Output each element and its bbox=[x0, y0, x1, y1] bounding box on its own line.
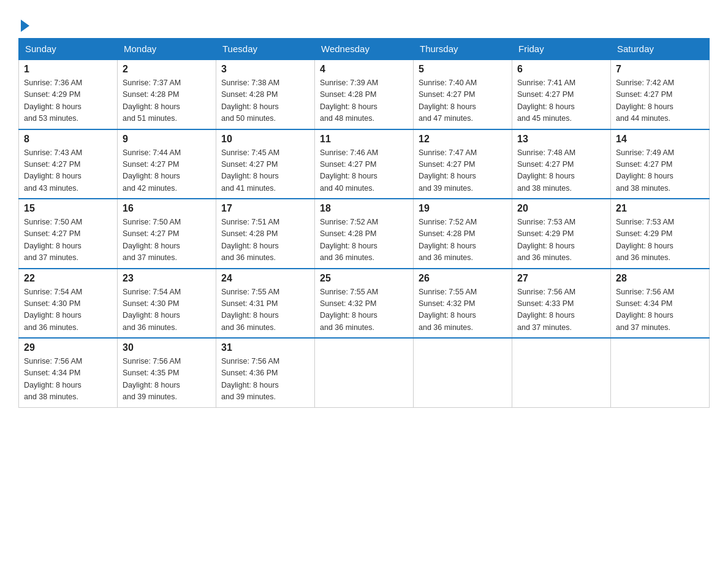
calendar-day-header: Sunday bbox=[19, 39, 118, 60]
day-number: 4 bbox=[320, 64, 408, 75]
day-info: Sunrise: 7:45 AMSunset: 4:27 PMDaylight:… bbox=[221, 148, 279, 193]
day-info: Sunrise: 7:55 AMSunset: 4:32 PMDaylight:… bbox=[419, 288, 477, 332]
day-info: Sunrise: 7:56 AMSunset: 4:34 PMDaylight:… bbox=[24, 357, 82, 401]
day-info: Sunrise: 7:39 AMSunset: 4:28 PMDaylight:… bbox=[320, 79, 378, 123]
calendar-day-cell: 30 Sunrise: 7:56 AMSunset: 4:35 PMDaylig… bbox=[118, 338, 216, 407]
calendar-week-row: 1 Sunrise: 7:36 AMSunset: 4:29 PMDayligh… bbox=[19, 59, 710, 129]
calendar-day-cell: 26 Sunrise: 7:55 AMSunset: 4:32 PMDaylig… bbox=[414, 269, 512, 339]
calendar-day-cell: 15 Sunrise: 7:50 AMSunset: 4:27 PMDaylig… bbox=[19, 199, 118, 269]
day-number: 19 bbox=[419, 203, 507, 214]
calendar-day-header: Monday bbox=[118, 39, 216, 60]
day-info: Sunrise: 7:53 AMSunset: 4:29 PMDaylight:… bbox=[616, 218, 674, 262]
calendar-day-cell: 16 Sunrise: 7:50 AMSunset: 4:27 PMDaylig… bbox=[118, 199, 216, 269]
day-number: 31 bbox=[221, 342, 309, 353]
calendar-table: SundayMondayTuesdayWednesdayThursdayFrid… bbox=[18, 38, 710, 408]
day-number: 20 bbox=[517, 203, 605, 214]
day-number: 3 bbox=[221, 64, 309, 75]
calendar-day-cell: 3 Sunrise: 7:38 AMSunset: 4:28 PMDayligh… bbox=[216, 59, 315, 129]
day-number: 5 bbox=[419, 64, 507, 75]
day-info: Sunrise: 7:51 AMSunset: 4:28 PMDaylight:… bbox=[221, 218, 279, 262]
calendar-day-cell: 4 Sunrise: 7:39 AMSunset: 4:28 PMDayligh… bbox=[315, 59, 414, 129]
calendar-header-row: SundayMondayTuesdayWednesdayThursdayFrid… bbox=[19, 39, 710, 60]
calendar-day-cell: 27 Sunrise: 7:56 AMSunset: 4:33 PMDaylig… bbox=[512, 269, 611, 339]
day-info: Sunrise: 7:56 AMSunset: 4:34 PMDaylight:… bbox=[616, 288, 674, 332]
calendar-day-cell: 23 Sunrise: 7:54 AMSunset: 4:30 PMDaylig… bbox=[118, 269, 216, 339]
day-number: 2 bbox=[123, 64, 211, 75]
day-number: 23 bbox=[123, 273, 211, 284]
calendar-day-cell: 21 Sunrise: 7:53 AMSunset: 4:29 PMDaylig… bbox=[611, 199, 710, 269]
day-info: Sunrise: 7:36 AMSunset: 4:29 PMDaylight:… bbox=[24, 79, 82, 123]
day-number: 16 bbox=[123, 203, 211, 214]
logo bbox=[18, 18, 29, 32]
calendar-day-cell bbox=[611, 338, 710, 407]
calendar-day-cell: 7 Sunrise: 7:42 AMSunset: 4:27 PMDayligh… bbox=[611, 59, 710, 129]
day-number: 30 bbox=[123, 342, 211, 353]
day-info: Sunrise: 7:40 AMSunset: 4:27 PMDaylight:… bbox=[419, 79, 477, 123]
day-number: 6 bbox=[517, 64, 605, 75]
day-info: Sunrise: 7:52 AMSunset: 4:28 PMDaylight:… bbox=[320, 218, 378, 262]
day-info: Sunrise: 7:50 AMSunset: 4:27 PMDaylight:… bbox=[24, 218, 82, 262]
calendar-day-cell: 31 Sunrise: 7:56 AMSunset: 4:36 PMDaylig… bbox=[216, 338, 315, 407]
day-info: Sunrise: 7:56 AMSunset: 4:36 PMDaylight:… bbox=[221, 357, 279, 401]
calendar-day-cell: 18 Sunrise: 7:52 AMSunset: 4:28 PMDaylig… bbox=[315, 199, 414, 269]
calendar-day-cell: 19 Sunrise: 7:52 AMSunset: 4:28 PMDaylig… bbox=[414, 199, 512, 269]
calendar-day-header: Wednesday bbox=[315, 39, 414, 60]
day-info: Sunrise: 7:37 AMSunset: 4:28 PMDaylight:… bbox=[123, 79, 181, 123]
day-number: 25 bbox=[320, 273, 408, 284]
calendar-day-header: Thursday bbox=[414, 39, 512, 60]
calendar-day-cell: 2 Sunrise: 7:37 AMSunset: 4:28 PMDayligh… bbox=[118, 59, 216, 129]
day-number: 12 bbox=[419, 134, 507, 145]
calendar-day-cell: 9 Sunrise: 7:44 AMSunset: 4:27 PMDayligh… bbox=[118, 129, 216, 199]
day-number: 7 bbox=[616, 64, 704, 75]
calendar-day-cell: 28 Sunrise: 7:56 AMSunset: 4:34 PMDaylig… bbox=[611, 269, 710, 339]
day-info: Sunrise: 7:56 AMSunset: 4:35 PMDaylight:… bbox=[123, 357, 181, 401]
page-header bbox=[18, 12, 710, 32]
calendar-day-cell: 14 Sunrise: 7:49 AMSunset: 4:27 PMDaylig… bbox=[611, 129, 710, 199]
day-number: 1 bbox=[24, 64, 112, 75]
calendar-day-cell: 8 Sunrise: 7:43 AMSunset: 4:27 PMDayligh… bbox=[19, 129, 118, 199]
day-number: 8 bbox=[24, 134, 112, 145]
day-number: 22 bbox=[24, 273, 112, 284]
calendar-day-cell: 17 Sunrise: 7:51 AMSunset: 4:28 PMDaylig… bbox=[216, 199, 315, 269]
day-number: 9 bbox=[123, 134, 211, 145]
day-number: 27 bbox=[517, 273, 605, 284]
calendar-day-header: Friday bbox=[512, 39, 611, 60]
day-info: Sunrise: 7:49 AMSunset: 4:27 PMDaylight:… bbox=[616, 148, 674, 193]
calendar-day-cell: 6 Sunrise: 7:41 AMSunset: 4:27 PMDayligh… bbox=[512, 59, 611, 129]
day-info: Sunrise: 7:46 AMSunset: 4:27 PMDaylight:… bbox=[320, 148, 378, 193]
calendar-day-cell bbox=[414, 338, 512, 407]
calendar-day-cell bbox=[512, 338, 611, 407]
calendar-week-row: 8 Sunrise: 7:43 AMSunset: 4:27 PMDayligh… bbox=[19, 129, 710, 199]
calendar-week-row: 22 Sunrise: 7:54 AMSunset: 4:30 PMDaylig… bbox=[19, 269, 710, 339]
day-info: Sunrise: 7:52 AMSunset: 4:28 PMDaylight:… bbox=[419, 218, 477, 262]
day-number: 13 bbox=[517, 134, 605, 145]
calendar-week-row: 29 Sunrise: 7:56 AMSunset: 4:34 PMDaylig… bbox=[19, 338, 710, 407]
calendar-day-cell: 24 Sunrise: 7:55 AMSunset: 4:31 PMDaylig… bbox=[216, 269, 315, 339]
day-number: 26 bbox=[419, 273, 507, 284]
day-info: Sunrise: 7:48 AMSunset: 4:27 PMDaylight:… bbox=[517, 148, 575, 193]
calendar-day-cell: 20 Sunrise: 7:53 AMSunset: 4:29 PMDaylig… bbox=[512, 199, 611, 269]
logo-blue-text bbox=[18, 18, 29, 32]
day-info: Sunrise: 7:50 AMSunset: 4:27 PMDaylight:… bbox=[123, 218, 181, 262]
calendar-day-cell: 25 Sunrise: 7:55 AMSunset: 4:32 PMDaylig… bbox=[315, 269, 414, 339]
calendar-day-cell: 1 Sunrise: 7:36 AMSunset: 4:29 PMDayligh… bbox=[19, 59, 118, 129]
day-number: 10 bbox=[221, 134, 309, 145]
day-info: Sunrise: 7:54 AMSunset: 4:30 PMDaylight:… bbox=[24, 288, 82, 332]
day-info: Sunrise: 7:42 AMSunset: 4:27 PMDaylight:… bbox=[616, 79, 674, 123]
day-info: Sunrise: 7:53 AMSunset: 4:29 PMDaylight:… bbox=[517, 218, 575, 262]
day-info: Sunrise: 7:54 AMSunset: 4:30 PMDaylight:… bbox=[123, 288, 181, 332]
day-number: 29 bbox=[24, 342, 112, 353]
calendar-day-header: Saturday bbox=[611, 39, 710, 60]
calendar-day-cell: 11 Sunrise: 7:46 AMSunset: 4:27 PMDaylig… bbox=[315, 129, 414, 199]
calendar-day-cell bbox=[315, 338, 414, 407]
day-number: 21 bbox=[616, 203, 704, 214]
calendar-day-cell: 12 Sunrise: 7:47 AMSunset: 4:27 PMDaylig… bbox=[414, 129, 512, 199]
day-info: Sunrise: 7:47 AMSunset: 4:27 PMDaylight:… bbox=[419, 148, 477, 193]
calendar-day-header: Tuesday bbox=[216, 39, 315, 60]
day-info: Sunrise: 7:55 AMSunset: 4:32 PMDaylight:… bbox=[320, 288, 378, 332]
calendar-day-cell: 22 Sunrise: 7:54 AMSunset: 4:30 PMDaylig… bbox=[19, 269, 118, 339]
day-info: Sunrise: 7:43 AMSunset: 4:27 PMDaylight:… bbox=[24, 148, 82, 193]
logo-triangle-icon bbox=[21, 20, 29, 32]
day-number: 11 bbox=[320, 134, 408, 145]
day-number: 28 bbox=[616, 273, 704, 284]
